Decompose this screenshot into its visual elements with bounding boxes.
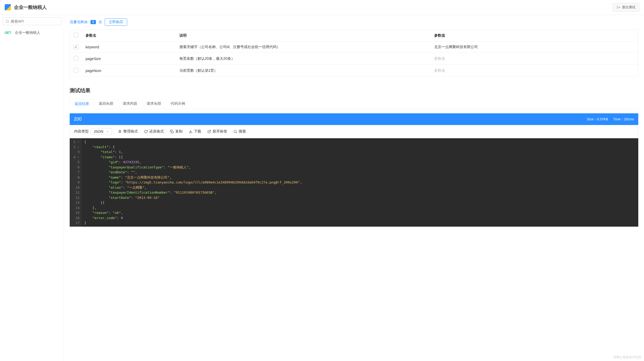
status-time: Time：291ms [613,117,634,122]
buy-button[interactable]: 立即购买 [105,18,127,26]
param-desc: 每页条数（默认20条，最大20条） [176,53,431,65]
param-desc: 当前页数（默认第1页） [176,65,431,77]
tab-code-sample[interactable]: 代码示例 [166,99,190,109]
header-desc: 说明 [176,30,431,42]
line-gutter: 1 ▾2 ▾3 4 ▾5 6 7 8 9 10 11 12 13 14 15 1… [70,138,82,227]
svg-point-7 [234,130,236,133]
response-json-body[interactable]: { "result": { "total": 1, "items": [{ "g… [82,138,638,227]
param-name: pageSize [82,53,176,65]
status-code: 200 [74,116,82,122]
restore-button[interactable]: 还原格式 [144,129,164,134]
page-title: 企业一般纳税人 [14,4,47,10]
table-row: ✓ keyword 搜索关键字（公司名称、公司id、注册号或社会统一信用代码） … [70,42,638,53]
content-type-label: 内容类型 [74,129,89,134]
row-checkbox[interactable] [74,56,78,61]
traffic-bar: 流量包剩余 8 次 立即购买 [70,15,638,29]
response-code-block: 1 ▾2 ▾3 4 ▾5 6 7 8 9 10 11 12 13 14 15 1… [70,138,638,227]
sidebar-item-label: 企业一般纳税人 [15,30,40,35]
header-name: 参数名 [82,30,176,42]
content-type-select[interactable]: JSON [91,128,112,135]
header-left: 企业一般纳税人 [5,4,47,10]
watermark: @稀土掘金技术社区 [613,355,641,359]
search-response-button[interactable]: 搜索 [233,129,246,134]
param-name: pageNum [82,65,176,77]
header: 企业一般纳税人 退出测试 [0,0,644,15]
tab-response-body[interactable]: 返回结果 [70,99,94,109]
svg-line-8 [236,132,237,133]
exit-label: 退出测试 [622,5,635,10]
params-header-row: 参数名 说明 参数值 [70,30,638,42]
param-value-placeholder[interactable]: 参数值 [431,65,638,77]
search-icon [5,19,9,23]
svg-line-6 [209,130,211,132]
format-button[interactable]: 整理格式 [118,129,138,134]
status-bar: 200 Size：0.37KB Time：291ms [70,113,638,125]
chevron-down-icon [106,130,109,133]
sidebar-item-api[interactable]: GET 企业一般纳税人 [0,28,64,38]
tab-request-headers[interactable]: 请求头部 [142,99,166,109]
layout: GET 企业一般纳税人 流量包剩余 8 次 立即购买 参数名 说明 参数值 [0,15,644,361]
table-row: pageSize 每页条数（默认20条，最大20条） 参数值 [70,53,638,65]
download-icon [189,130,192,133]
http-method-badge: GET [5,31,11,35]
content-type-group: 内容类型 JSON [74,128,112,135]
search-input[interactable] [11,19,58,23]
svg-rect-4 [172,131,174,133]
pin-icon [118,130,122,133]
svg-point-1 [6,20,8,22]
search-icon [233,130,237,133]
param-value-placeholder[interactable]: 参数值 [431,53,638,65]
response-toolbar: 内容类型 JSON 整理格式 还原格式 复制 下载 [70,125,638,138]
download-button[interactable]: 下载 [189,129,201,134]
table-row: pageNum 当前页数（默认第1页） 参数值 [70,65,638,77]
traffic-prefix: 流量包剩余 [70,20,88,24]
copy-icon [170,130,174,133]
status-size: Size：0.37KB [587,117,608,122]
traffic-suffix: 次 [99,20,102,24]
row-checkbox[interactable] [74,68,78,73]
exit-icon [617,5,620,9]
header-checkbox-cell [70,30,82,42]
param-desc: 搜索关键字（公司名称、公司id、注册号或社会统一信用代码） [176,42,431,53]
search-box[interactable] [3,17,61,25]
copy-button[interactable]: 复制 [170,129,183,134]
logo-icon [5,4,11,10]
row-checkbox[interactable]: ✓ [74,45,78,49]
sidebar: GET 企业一般纳税人 [0,15,64,361]
traffic-count-badge: 8 [90,20,96,24]
header-checkbox[interactable] [74,33,78,37]
refresh-icon [144,130,148,133]
open-tab-button[interactable]: 新开标签 [207,129,227,134]
tab-request-body[interactable]: 请求内容 [118,99,142,109]
external-link-icon [207,130,211,133]
param-value[interactable]: 北京一点网聚科技有限公司 [431,42,638,53]
param-name: keyword [82,42,176,53]
tab-response-headers[interactable]: 返回头部 [94,99,118,109]
params-table: 参数名 说明 参数值 ✓ keyword 搜索关键字（公司名称、公司id、注册号… [70,29,638,77]
results-section-title: 测试结果 [70,87,638,94]
svg-line-2 [8,22,9,23]
status-meta: Size：0.37KB Time：291ms [587,117,634,122]
main: 流量包剩余 8 次 立即购买 参数名 说明 参数值 ✓ keyword [64,15,644,361]
header-value: 参数值 [431,30,638,42]
result-tabs: 返回结果 返回头部 请求内容 请求头部 代码示例 [70,99,638,109]
exit-test-button[interactable]: 退出测试 [613,3,639,11]
